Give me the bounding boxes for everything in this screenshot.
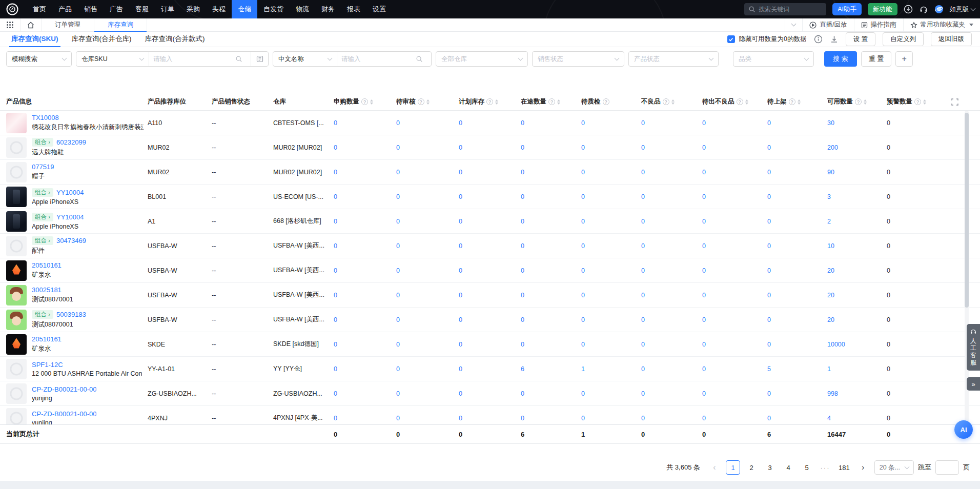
pending-qc-link[interactable]: 0: [581, 292, 585, 299]
defective-link[interactable]: 0: [641, 292, 645, 299]
pending-review-link[interactable]: 0: [396, 341, 400, 348]
planned-stock-link[interactable]: 0: [459, 267, 462, 274]
page-1[interactable]: 1: [726, 460, 740, 475]
product-code-link[interactable]: 077519: [32, 163, 54, 171]
jump-page-input[interactable]: [935, 460, 959, 475]
product-image[interactable]: [6, 359, 27, 379]
pending-shelve-link[interactable]: 0: [767, 316, 771, 323]
sort-icon[interactable]: [671, 99, 675, 105]
available-qty-link[interactable]: 30: [827, 119, 834, 127]
available-qty-link[interactable]: 20: [827, 316, 834, 323]
defective-link[interactable]: 0: [641, 341, 645, 348]
product-image[interactable]: [6, 162, 27, 182]
pending-qc-link[interactable]: 0: [581, 119, 585, 127]
in-transit-link[interactable]: 0: [521, 218, 524, 225]
product-image[interactable]: [6, 310, 27, 330]
pending-qc-link[interactable]: 0: [581, 193, 585, 200]
purchase-qty-link[interactable]: 0: [334, 341, 337, 348]
purchase-qty-link[interactable]: 0: [334, 316, 337, 323]
pending-qc-link[interactable]: 0: [581, 242, 585, 250]
pending-review-link[interactable]: 0: [396, 390, 400, 397]
defective-out-link[interactable]: 0: [702, 365, 706, 373]
prev-page-button[interactable]: ‹: [707, 460, 722, 475]
pending-qc-link[interactable]: 0: [581, 341, 585, 348]
defective-out-link[interactable]: 0: [702, 169, 706, 176]
help-icon[interactable]: [486, 98, 493, 105]
page-181[interactable]: 181: [836, 460, 852, 475]
sku-field-select[interactable]: 仓库SKU: [76, 52, 149, 66]
sku-input[interactable]: [153, 55, 235, 63]
pending-shelve-link[interactable]: 0: [767, 193, 771, 200]
pending-qc-link[interactable]: 0: [581, 415, 585, 422]
available-qty-link[interactable]: 90: [827, 169, 834, 176]
sort-icon[interactable]: [426, 99, 430, 105]
pending-review-link[interactable]: 0: [396, 316, 400, 323]
menu-headway[interactable]: 头程: [206, 0, 232, 18]
sales-status-select[interactable]: 销售状态: [532, 51, 624, 67]
defective-out-link[interactable]: 0: [702, 267, 706, 274]
available-qty-link[interactable]: 4: [827, 415, 831, 422]
back-to-old-button[interactable]: 返回旧版: [931, 32, 972, 46]
page-3[interactable]: 3: [763, 460, 777, 475]
defective-link[interactable]: 0: [641, 365, 645, 373]
in-transit-link[interactable]: 6: [521, 365, 524, 373]
defective-out-link[interactable]: 0: [702, 292, 706, 299]
product-status-select[interactable]: 产品状态: [628, 51, 719, 67]
favorites-menu[interactable]: 常用功能收藏夹: [903, 18, 980, 31]
defective-out-link[interactable]: 0: [702, 415, 706, 422]
available-qty-link[interactable]: 10000: [827, 341, 845, 348]
fuzzy-search-select[interactable]: 模糊搜索: [6, 51, 72, 67]
new-feature-button[interactable]: 新功能: [868, 3, 897, 15]
global-search[interactable]: [744, 3, 826, 15]
home-tab-button[interactable]: [21, 18, 42, 31]
version-switcher[interactable]: 如意版: [950, 5, 975, 14]
purchase-qty-link[interactable]: 0: [334, 292, 337, 299]
menu-reports[interactable]: 报表: [341, 0, 366, 18]
purchase-qty-link[interactable]: 0: [334, 144, 337, 151]
planned-stock-link[interactable]: 0: [459, 144, 462, 151]
sort-icon[interactable]: [495, 99, 498, 105]
pending-qc-link[interactable]: 0: [581, 390, 585, 397]
settings-button[interactable]: 设 置: [846, 32, 875, 46]
tab-inventory-sku[interactable]: 库存查询(SKU): [9, 32, 60, 47]
ai-floating-button[interactable]: AI: [954, 420, 973, 439]
tab-inventory-merged-warehouse[interactable]: 库存查询(合并仓库): [70, 32, 134, 47]
help-icon[interactable]: [663, 98, 669, 105]
product-image[interactable]: [6, 211, 27, 232]
sort-icon[interactable]: [557, 99, 560, 105]
available-qty-link[interactable]: 2: [827, 218, 831, 225]
in-transit-link[interactable]: 0: [521, 242, 524, 250]
sort-icon[interactable]: [864, 99, 867, 105]
live-replay-link[interactable]: 直播/回放: [802, 18, 853, 31]
pending-shelve-link[interactable]: 5: [767, 365, 771, 373]
menu-sales[interactable]: 销售: [78, 0, 104, 18]
menu-home[interactable]: 首页: [27, 0, 52, 18]
more-pages-button[interactable]: ···: [818, 460, 832, 475]
help-icon[interactable]: [548, 98, 555, 105]
guide-link[interactable]: 操作指南: [854, 18, 903, 31]
name-field-select[interactable]: 中文名称: [273, 52, 337, 66]
pending-qc-link[interactable]: 0: [581, 218, 585, 225]
pending-review-link[interactable]: 0: [396, 218, 400, 225]
defective-out-link[interactable]: 0: [702, 390, 706, 397]
global-search-input[interactable]: [759, 6, 820, 13]
product-code-link[interactable]: 20510161: [32, 261, 62, 269]
planned-stock-link[interactable]: 0: [459, 119, 462, 127]
menu-ads[interactable]: 广告: [104, 0, 129, 18]
sort-icon[interactable]: [923, 99, 926, 105]
purchase-qty-link[interactable]: 0: [334, 242, 337, 250]
product-code-link[interactable]: 30025181: [32, 286, 62, 294]
in-transit-link[interactable]: 0: [521, 292, 524, 299]
in-transit-link[interactable]: 0: [521, 169, 524, 176]
defective-out-link[interactable]: 0: [702, 119, 706, 127]
menu-finance[interactable]: 财务: [315, 0, 341, 18]
product-code-link[interactable]: 50039183: [56, 311, 86, 318]
product-code-link[interactable]: CP-ZD-B00021-00-00: [32, 410, 96, 418]
custom-columns-button[interactable]: 自定义列: [883, 32, 924, 46]
menu-settings[interactable]: 设置: [366, 0, 392, 18]
sort-icon[interactable]: [798, 99, 801, 105]
available-qty-link[interactable]: 3: [827, 193, 831, 200]
download-circle-icon[interactable]: [904, 5, 913, 14]
product-image[interactable]: [6, 334, 27, 355]
planned-stock-link[interactable]: 0: [459, 218, 462, 225]
